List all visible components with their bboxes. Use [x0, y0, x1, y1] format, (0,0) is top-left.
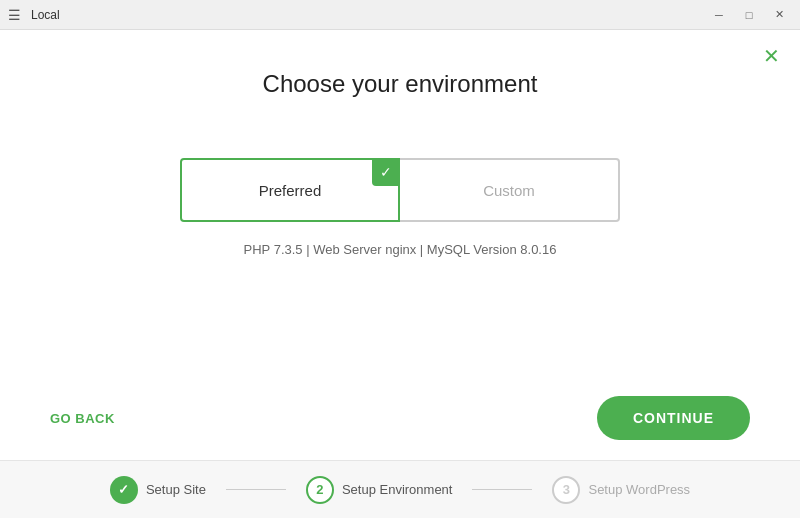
step-2-circle: 2	[306, 476, 334, 504]
step-setup-environment: 2 Setup Environment	[286, 476, 473, 504]
stepper: ✓ Setup Site 2 Setup Environment 3 Setup…	[0, 460, 800, 518]
main-content: ✕ Choose your environment Preferred ✓ Cu…	[0, 30, 800, 460]
step-connector-1	[226, 489, 286, 490]
dialog-title: Choose your environment	[20, 70, 780, 98]
window-close-button[interactable]: ✕	[766, 5, 792, 25]
step-setup-wordpress: 3 Setup WordPress	[532, 476, 710, 504]
environment-description: PHP 7.3.5 | Web Server nginx | MySQL Ver…	[20, 242, 780, 257]
step-2-label: Setup Environment	[342, 482, 453, 497]
app-title: Local	[31, 8, 60, 22]
preferred-option[interactable]: Preferred ✓	[180, 158, 400, 222]
step-connector-2	[472, 489, 532, 490]
environment-options: Preferred ✓ Custom	[20, 158, 780, 222]
step-3-circle: 3	[552, 476, 580, 504]
go-back-button[interactable]: GO BACK	[50, 411, 115, 426]
maximize-button[interactable]: □	[736, 5, 762, 25]
step-setup-site: ✓ Setup Site	[90, 476, 226, 504]
step-1-circle: ✓	[110, 476, 138, 504]
window-controls: ─ □ ✕	[706, 5, 792, 25]
step-3-label: Setup WordPress	[588, 482, 690, 497]
preferred-label: Preferred	[259, 182, 322, 199]
dialog-close-button[interactable]: ✕	[763, 46, 780, 66]
minimize-button[interactable]: ─	[706, 5, 732, 25]
selected-check: ✓	[372, 158, 400, 186]
continue-button[interactable]: CONTINUE	[597, 396, 750, 440]
titlebar: ☰ Local ─ □ ✕	[0, 0, 800, 30]
actions-row: GO BACK CONTINUE	[20, 396, 780, 440]
titlebar-left: ☰ Local	[8, 7, 60, 23]
custom-label: Custom	[483, 182, 535, 199]
custom-option[interactable]: Custom	[400, 158, 620, 222]
step-1-label: Setup Site	[146, 482, 206, 497]
menu-icon[interactable]: ☰	[8, 7, 21, 23]
